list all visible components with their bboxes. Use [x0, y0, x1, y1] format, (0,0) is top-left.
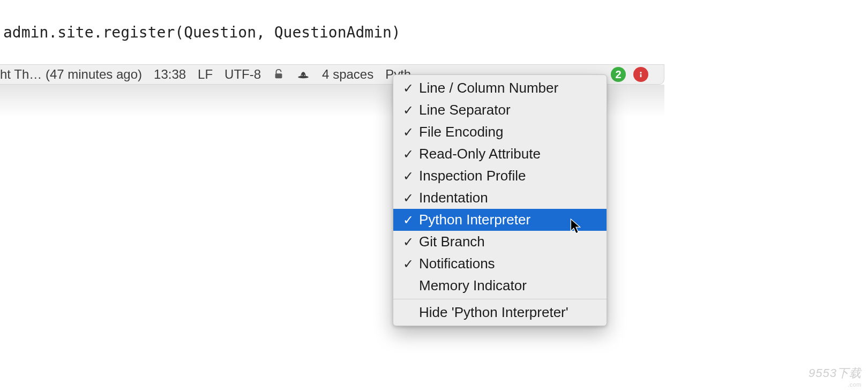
menu-item-label: Read-Only Attribute — [419, 146, 541, 162]
check-icon: ✓ — [400, 147, 417, 162]
menu-item-label: Hide 'Python Interpreter' — [419, 304, 568, 321]
menu-item-line-column-number[interactable]: ✓Line / Column Number — [393, 77, 607, 99]
status-bar-trailing: 2 — [611, 64, 648, 85]
code-line: admin.site.register(Question, QuestionAd… — [3, 24, 664, 41]
check-icon: ✓ — [400, 235, 417, 250]
menu-item-line-separator[interactable]: ✓Line Separator — [393, 99, 607, 121]
menu-item-label: Python Interpreter — [419, 212, 530, 228]
check-icon: ✓ — [400, 103, 417, 118]
menu-item-label: Line / Column Number — [419, 80, 558, 96]
menu-item-label: File Encoding — [419, 124, 504, 140]
menu-item-label: Inspection Profile — [419, 168, 526, 184]
menu-item-indentation[interactable]: ✓Indentation — [393, 187, 607, 209]
editor-area[interactable]: admin.site.register(Question, QuestionAd… — [0, 0, 664, 64]
menu-item-label: Git Branch — [419, 233, 485, 250]
check-icon: ✓ — [400, 213, 417, 228]
unlock-icon[interactable] — [273, 69, 285, 80]
check-icon: ✓ — [400, 169, 417, 184]
status-commit[interactable]: ht Th… (47 minutes ago) — [0, 67, 142, 82]
menu-item-label: Notifications — [419, 255, 495, 272]
menu-item-label: Line Separator — [419, 102, 511, 118]
status-badge-error[interactable] — [633, 67, 648, 82]
watermark: 9553下载 .com — [809, 365, 862, 388]
watermark-sub: .com — [809, 381, 862, 388]
inspection-hat-icon[interactable] — [296, 67, 310, 81]
menu-item-memory-indicator[interactable]: Memory Indicator — [393, 275, 607, 297]
status-badge-green[interactable]: 2 — [611, 67, 626, 82]
check-icon: ✓ — [400, 257, 417, 272]
svg-rect-5 — [640, 74, 642, 77]
watermark-text: 9553下载 — [809, 366, 862, 380]
menu-item-label: Memory Indicator — [419, 277, 527, 294]
menu-item-file-encoding[interactable]: ✓File Encoding — [393, 121, 607, 143]
menu-item-label: Indentation — [419, 190, 488, 206]
menu-item-python-interpreter[interactable]: ✓Python Interpreter — [393, 209, 607, 231]
status-indent[interactable]: 4 spaces — [322, 67, 373, 82]
svg-rect-0 — [275, 73, 282, 78]
check-icon: ✓ — [400, 191, 417, 206]
check-icon: ✓ — [400, 81, 417, 96]
menu-item-notifications[interactable]: ✓Notifications — [393, 253, 607, 275]
menu-separator — [393, 299, 607, 299]
svg-point-2 — [302, 75, 303, 76]
status-encoding[interactable]: UTF-8 — [225, 67, 261, 82]
menu-item-inspection-profile[interactable]: ✓Inspection Profile — [393, 165, 607, 187]
svg-point-3 — [304, 75, 305, 76]
app-root: admin.site.register(Question, QuestionAd… — [0, 0, 868, 392]
status-line-separator[interactable]: LF — [198, 67, 213, 82]
status-time[interactable]: 13:38 — [154, 67, 186, 82]
menu-item-hide-python-interpreter[interactable]: Hide 'Python Interpreter' — [393, 301, 607, 323]
menu-item-read-only-attribute[interactable]: ✓Read-Only Attribute — [393, 143, 607, 165]
svg-point-4 — [640, 72, 641, 73]
menu-item-git-branch[interactable]: ✓Git Branch — [393, 231, 607, 253]
statusbar-context-menu: ✓Line / Column Number✓Line Separator✓Fil… — [393, 74, 607, 326]
check-icon: ✓ — [400, 125, 417, 140]
